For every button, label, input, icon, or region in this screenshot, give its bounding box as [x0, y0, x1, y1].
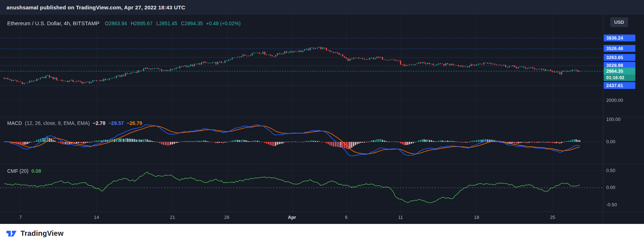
price-axis-tick: 2000.00 — [606, 98, 623, 103]
price-axis[interactable]: USD 3836.24 3526.48 3263.65 3028.98 2437… — [603, 15, 644, 224]
footer-bar: TradingView — [0, 224, 644, 243]
macd-axis-tick: 100.00 — [606, 117, 621, 122]
macd-header: MACD (12, 26, close, 9, EMA, EMA) −2.78 … — [7, 120, 142, 126]
macd-signal-value: −26.79 — [127, 120, 142, 126]
publish-text: anushsamal published on TradingView.com,… — [6, 4, 185, 10]
close-value: 2864.35 — [185, 21, 203, 26]
cmf-header: CMF (20) 0.08 — [7, 168, 41, 174]
tradingview-logo[interactable]: TradingView — [6, 229, 64, 238]
tradingview-wordmark: TradingView — [20, 229, 64, 238]
macd-histogram-value: −2.78 — [93, 120, 105, 126]
currency-button[interactable]: USD — [610, 17, 628, 27]
time-axis-label: 7 — [19, 215, 22, 220]
cmf-title[interactable]: CMF (20) — [7, 168, 28, 174]
publish-bar: anushsamal published on TradingView.com,… — [0, 0, 644, 15]
time-axis-label: 25 — [550, 215, 555, 220]
macd-line-value: −29.57 — [108, 120, 124, 126]
cmf-axis-tick: -0.50 — [606, 202, 617, 208]
time-axis-label: 26 — [224, 215, 229, 220]
price-level-badge: 3836.24 — [604, 35, 635, 41]
price-level-badge: 3526.48 — [604, 45, 635, 52]
open-label: O — [105, 21, 109, 26]
high-label: H — [131, 21, 134, 26]
cmf-axis-tick: 0.00 — [606, 185, 615, 190]
time-axis-label: Apr — [288, 215, 296, 220]
price-level-badge: 3263.65 — [604, 54, 635, 61]
ohlc-values: O2863.94 H2895.67 L2851.45 C2864.35 +0.4… — [102, 20, 241, 27]
macd-axis-tick: 0.00 — [606, 139, 615, 145]
cmf-value: 0.08 — [31, 168, 41, 174]
high-value: 2895.67 — [134, 21, 153, 26]
macd-title[interactable]: MACD — [7, 120, 22, 126]
time-axis-label: 6 — [345, 215, 347, 220]
time-axis-label: 11 — [398, 215, 403, 220]
close-label: C — [181, 21, 184, 26]
chart-canvas[interactable] — [0, 15, 644, 224]
cmf-axis-tick: 0.50 — [606, 168, 615, 174]
open-value: 2863.94 — [109, 21, 127, 26]
tradingview-snapshot: anushsamal published on TradingView.com,… — [0, 0, 644, 243]
last-price-countdown: 01:16:02 — [604, 75, 635, 81]
last-price-badge: 2864.35 01:16:02 — [604, 68, 635, 81]
time-axis[interactable]: 7 14 21 26 Apr 6 11 18 25 — [0, 212, 603, 223]
last-price-value: 2864.35 — [604, 68, 635, 75]
time-axis-label: 18 — [474, 215, 479, 220]
time-axis-label: 14 — [94, 215, 99, 220]
time-axis-label: 21 — [170, 215, 175, 220]
change-value: +0.48 (+0.02%) — [206, 21, 241, 26]
tradingview-logo-icon — [6, 229, 17, 238]
symbol-name[interactable]: Ethereum / U.S. Dollar, 4h, BITSTAMP — [7, 20, 99, 26]
price-level-badge: 2437.61 — [604, 82, 635, 89]
symbol-header: Ethereum / U.S. Dollar, 4h, BITSTAMP O28… — [7, 20, 241, 27]
low-value: 2851.45 — [159, 21, 177, 26]
macd-params: (12, 26, close, 9, EMA, EMA) — [25, 120, 90, 126]
